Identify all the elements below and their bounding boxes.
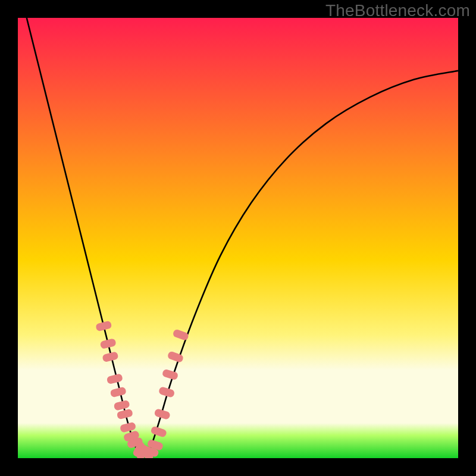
- curve-marker: [162, 368, 179, 380]
- curve-marker: [100, 338, 117, 349]
- curve-marker: [95, 321, 112, 332]
- bottleneck-curve: [27, 18, 458, 454]
- plot-area: [18, 18, 458, 458]
- curve-marker: [150, 425, 167, 438]
- chart-svg: [18, 18, 458, 458]
- watermark-text: TheBottleneck.com: [325, 1, 470, 20]
- curve-marker: [102, 351, 118, 362]
- curve-marker: [117, 409, 133, 420]
- curve-marker: [110, 387, 127, 398]
- curve-marker: [113, 400, 130, 411]
- curve-marker: [107, 373, 123, 384]
- chart-frame: TheBottleneck.com: [0, 0, 476, 476]
- curve-marker: [172, 328, 189, 341]
